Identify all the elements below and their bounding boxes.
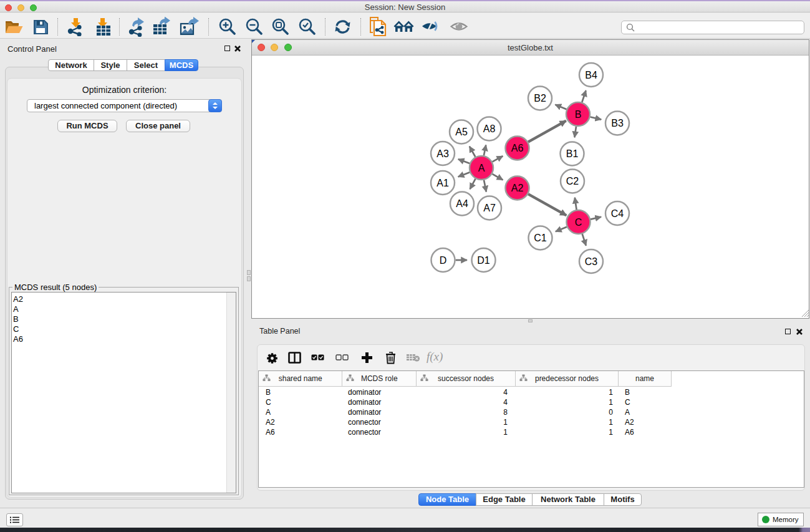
svg-text:C2: C2	[566, 176, 579, 186]
svg-text:A5: A5	[455, 127, 468, 137]
svg-text:D1: D1	[477, 255, 490, 266]
svg-text:A3: A3	[436, 148, 449, 159]
svg-text:C3: C3	[585, 256, 598, 267]
svg-text:D: D	[440, 255, 447, 266]
svg-text:A6: A6	[511, 143, 524, 153]
svg-text:C1: C1	[534, 233, 547, 243]
svg-text:C: C	[575, 217, 582, 228]
svg-text:B: B	[575, 109, 582, 120]
svg-text:B4: B4	[585, 70, 597, 80]
svg-text:B1: B1	[566, 148, 579, 159]
svg-text:A4: A4	[456, 198, 468, 209]
svg-text:C4: C4	[611, 208, 624, 219]
svg-text:A7: A7	[483, 203, 496, 213]
svg-text:B2: B2	[534, 93, 546, 104]
svg-text:B3: B3	[611, 118, 624, 128]
svg-text:A1: A1	[436, 178, 449, 188]
svg-text:A2: A2	[511, 183, 524, 193]
svg-text:A8: A8	[483, 123, 496, 134]
svg-text:A: A	[478, 163, 485, 173]
